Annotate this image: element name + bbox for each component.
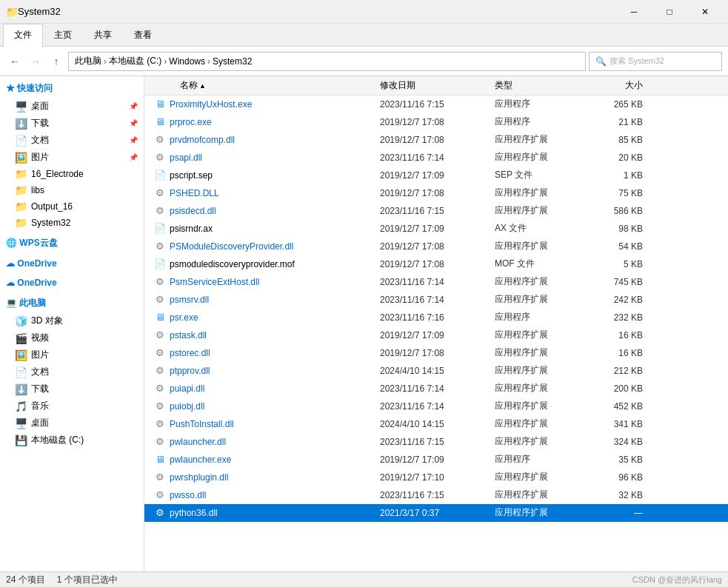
file-date: 2019/12/7 17:08	[374, 117, 489, 127]
file-type: 应用程序扩展	[489, 364, 585, 377]
sidebar-section-header-3[interactable]: ☁ OneDrive	[0, 275, 144, 291]
sidebar: ★ 快速访问🖥️桌面📌⬇️下载📌📄文档📌🖼️图片📌📁16_Electrode📁l…	[0, 76, 144, 571]
col-header-size[interactable]: 大小	[585, 79, 652, 92]
address-path[interactable]: 此电脑 › 本地磁盘 (C:) › Windows › System32	[68, 52, 586, 71]
file-type: 应用程序扩展	[489, 151, 585, 164]
path-separator: ›	[164, 56, 167, 67]
table-row[interactable]: ⚙PSHED.DLL2019/12/7 17:08应用程序扩展75 KB	[144, 184, 728, 202]
table-row[interactable]: ⚙python36.dll2021/3/17 0:37应用程序扩展—	[144, 504, 728, 522]
table-row[interactable]: ⚙pstask.dll2019/12/7 17:09应用程序扩展16 KB	[144, 326, 728, 344]
file-name-cell: ⚙ptpprov.dll	[144, 364, 374, 378]
file-size: 16 KB	[585, 348, 652, 358]
table-row[interactable]: ⚙pstorec.dll2019/12/7 17:08应用程序扩展16 KB	[144, 344, 728, 362]
table-row[interactable]: ⚙psapi.dll2023/11/16 7:14应用程序扩展20 KB	[144, 149, 728, 167]
file-type: 应用程序	[489, 115, 585, 128]
up-button[interactable]: ↑	[47, 53, 65, 70]
file-name-text: prproc.exe	[170, 117, 212, 127]
sidebar-item-4-6[interactable]: 🖥️桌面	[0, 415, 144, 432]
col-header-date[interactable]: 修改日期	[374, 79, 489, 92]
file-date: 2023/11/16 7:14	[374, 295, 489, 305]
path-segment-2[interactable]: Windows	[169, 56, 205, 67]
table-row[interactable]: 🖥prproc.exe2019/12/7 17:08应用程序21 KB	[144, 113, 728, 131]
minimize-button[interactable]: ─	[617, 0, 651, 24]
sidebar-item-4-2[interactable]: 🖼️图片	[0, 346, 144, 363]
table-row[interactable]: ⚙psisdecd.dll2023/11/16 7:15应用程序扩展586 KB	[144, 202, 728, 220]
ribbon-tab-3[interactable]: 查看	[123, 24, 163, 46]
sidebar-item-0-0[interactable]: 🖥️桌面📌	[0, 98, 144, 115]
table-row[interactable]: 📄pscript.sep2019/12/7 17:09SEP 文件1 KB	[144, 167, 728, 184]
file-date: 2019/12/7 17:08	[374, 348, 489, 358]
sidebar-item-4-0[interactable]: 🧊3D 对象	[0, 312, 144, 329]
file-name-text: psisrndr.ax	[170, 224, 213, 234]
table-row[interactable]: ⚙pwlauncher.dll2023/11/16 7:15应用程序扩展324 …	[144, 433, 728, 451]
sidebar-item-label: System32	[31, 218, 70, 228]
sidebar-item-icon: 🖼️	[15, 349, 27, 361]
file-name-cell: ⚙PSHED.DLL	[144, 187, 374, 200]
pin-icon: 📌	[129, 136, 138, 144]
table-row[interactable]: ⚙prvdmofcomp.dll2019/12/7 17:08应用程序扩展85 …	[144, 131, 728, 149]
table-row[interactable]: ⚙pwrshplugin.dll2019/12/7 17:10应用程序扩展96 …	[144, 469, 728, 486]
table-row[interactable]: 🖥psr.exe2023/11/16 7:16应用程序232 KB	[144, 309, 728, 326]
table-row[interactable]: ⚙ptpprov.dll2024/4/10 14:15应用程序扩展212 KB	[144, 362, 728, 380]
table-row[interactable]: 📄psisrndr.ax2019/12/7 17:09AX 文件98 KB	[144, 220, 728, 238]
table-row[interactable]: ⚙puiapi.dll2023/11/16 7:14应用程序扩展200 KB	[144, 380, 728, 398]
sidebar-item-label: 下载	[31, 117, 49, 130]
table-row[interactable]: ⚙puiobj.dll2023/11/16 7:14应用程序扩展452 KB	[144, 398, 728, 415]
file-name-text: ptpprov.dll	[170, 366, 210, 376]
table-row[interactable]: ⚙PsmServiceExtHost.dll2023/11/16 7:14应用程…	[144, 273, 728, 291]
sidebar-item-0-3[interactable]: 🖼️图片📌	[0, 149, 144, 166]
file-name-text: puiobj.dll	[170, 401, 204, 412]
table-row[interactable]: ⚙pwsso.dll2023/11/16 7:15应用程序扩展32 KB	[144, 486, 728, 504]
sidebar-section-header-1[interactable]: 🌐 WPS云盘	[0, 234, 144, 252]
col-header-name[interactable]: 名称▲	[144, 79, 374, 92]
sidebar-section-header-4[interactable]: 💻 此电脑	[0, 294, 144, 312]
table-row[interactable]: 🖥ProximityUxHost.exe2023/11/16 7:15应用程序2…	[144, 95, 728, 113]
forward-button[interactable]: →	[27, 53, 44, 70]
sidebar-item-4-1[interactable]: 🎬视频	[0, 329, 144, 346]
path-segment-3[interactable]: System32	[213, 56, 252, 67]
close-button[interactable]: ✕	[688, 0, 722, 24]
sidebar-item-icon: ⬇️	[15, 118, 27, 130]
path-segment-1[interactable]: 本地磁盘 (C:)	[109, 55, 161, 67]
sidebar-item-icon: 💾	[15, 435, 27, 446]
search-box[interactable]: 🔍 搜索 System32	[589, 52, 722, 71]
table-row[interactable]: 🖥pwlauncher.exe2019/12/7 17:09应用程序35 KB	[144, 451, 728, 469]
sidebar-item-4-4[interactable]: ⬇️下载	[0, 380, 144, 398]
file-name-text: psapi.dll	[170, 152, 202, 163]
sidebar-item-0-4[interactable]: 📁16_Electrode	[0, 166, 144, 182]
file-size: 452 KB	[585, 401, 652, 412]
sidebar-item-4-5[interactable]: 🎵音乐	[0, 398, 144, 415]
file-name-cell: ⚙pwsso.dll	[144, 489, 374, 502]
file-size: 21 KB	[585, 117, 652, 127]
sidebar-item-label: 桌面	[31, 417, 49, 429]
file-name-cell: ⚙psapi.dll	[144, 151, 374, 164]
sidebar-item-0-7[interactable]: 📁System32	[0, 215, 144, 231]
file-size: 745 KB	[585, 277, 652, 287]
file-date: 2023/11/16 7:14	[374, 383, 489, 394]
table-row[interactable]: ⚙PushToInstall.dll2024/4/10 14:15应用程序扩展3…	[144, 415, 728, 433]
table-row[interactable]: ⚙psmsrv.dll2023/11/16 7:14应用程序扩展242 KB	[144, 291, 728, 309]
table-row[interactable]: ⚙PSModuleDiscoveryProvider.dll2019/12/7 …	[144, 238, 728, 255]
file-name-cell: 🖥prproc.exe	[144, 115, 374, 129]
path-segment-0[interactable]: 此电脑	[75, 55, 101, 67]
sidebar-item-0-1[interactable]: ⬇️下载📌	[0, 115, 144, 132]
sidebar-item-0-6[interactable]: 📁Output_16	[0, 198, 144, 215]
col-header-type[interactable]: 类型	[489, 79, 585, 92]
ribbon-tab-0[interactable]: 文件	[3, 24, 43, 47]
sidebar-item-0-5[interactable]: 📁libs	[0, 182, 144, 198]
file-type: 应用程序扩展	[489, 435, 585, 448]
maximize-button[interactable]: □	[652, 0, 687, 24]
ribbon-tab-2[interactable]: 共享	[83, 24, 123, 46]
sidebar-item-0-2[interactable]: 📄文档📌	[0, 132, 144, 149]
sidebar-item-4-3[interactable]: 📄文档	[0, 363, 144, 380]
file-size: 98 KB	[585, 224, 652, 234]
table-row[interactable]: 📄psmodulediscoveryprovider.mof2019/12/7 …	[144, 255, 728, 273]
sidebar-section-header-2[interactable]: ☁ OneDrive	[0, 255, 144, 272]
file-name-text: puiapi.dll	[170, 383, 204, 394]
back-button[interactable]: ←	[6, 53, 24, 70]
file-size: 5 KB	[585, 259, 652, 269]
sidebar-item-icon: 📄	[15, 366, 27, 378]
sidebar-section-header-0[interactable]: ★ 快速访问	[0, 79, 144, 98]
ribbon-tab-1[interactable]: 主页	[43, 24, 83, 46]
sidebar-item-4-7[interactable]: 💾本地磁盘 (C:)	[0, 432, 144, 449]
